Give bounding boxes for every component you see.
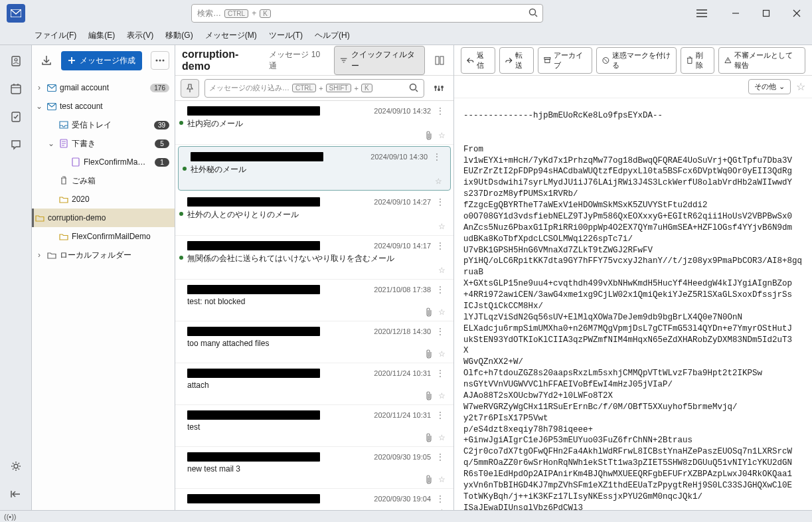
status-connection-icon: ((•)) — [4, 513, 17, 521]
star-icon[interactable]: ☆ — [438, 475, 446, 484]
message-subject: attach — [187, 381, 209, 390]
menu-message[interactable]: メッセージ(M) — [203, 27, 260, 44]
delete-button[interactable]: 削除 — [681, 47, 714, 74]
list-header: corruption-demo メッセージ 10 通 クイックフィルター — [175, 45, 453, 76]
maximize-button[interactable] — [751, 0, 781, 27]
message-item[interactable]: 2024/09/10 14:32⋮社内宛のメール☆ — [175, 101, 453, 145]
pin-filter-button[interactable] — [181, 79, 199, 98]
folder-trash[interactable]: ごみ箱 — [32, 171, 175, 190]
get-messages-button[interactable] — [37, 51, 56, 70]
other-actions-button[interactable]: その他⌄ — [748, 79, 791, 94]
account-gmail[interactable]: › gmail account 176 — [32, 78, 175, 97]
message-more-icon[interactable]: ⋮ — [435, 285, 446, 294]
message-count: メッセージ 10 通 — [269, 49, 327, 72]
archive-button[interactable]: アーカイブ — [538, 47, 592, 74]
account-test[interactable]: ⌄ test account — [32, 97, 175, 116]
message-item[interactable]: 2020/09/30 19:04⋮☆ — [175, 489, 453, 510]
message-item[interactable]: 2020/09/30 19:05⋮new test mail 3☆ — [175, 447, 453, 489]
quick-filter-button[interactable]: クイックフィルター — [334, 46, 426, 75]
message-more-icon[interactable]: ⋮ — [435, 106, 446, 116]
folder-2020[interactable]: 2020 — [32, 190, 175, 209]
compose-button[interactable]: メッセージ作成 — [61, 51, 142, 70]
menu-help[interactable]: ヘルプ(H) — [312, 27, 353, 44]
chevron-down-icon[interactable]: ⌄ — [35, 102, 44, 111]
local-folders[interactable]: › ローカルフォルダー — [32, 246, 175, 264]
svg-rect-36 — [440, 56, 444, 64]
star-icon[interactable]: ☆ — [438, 266, 446, 275]
folder-badge: 5 — [155, 139, 169, 148]
list-layout-button[interactable] — [432, 52, 447, 68]
svg-rect-46 — [545, 59, 550, 62]
display-options-button[interactable] — [430, 79, 448, 98]
message-more-icon[interactable]: ⋮ — [435, 369, 446, 378]
star-icon[interactable]: ☆ — [438, 131, 446, 140]
star-button[interactable]: ☆ — [796, 80, 805, 93]
star-icon[interactable]: ☆ — [438, 391, 446, 400]
message-more-icon[interactable]: ⋮ — [435, 241, 446, 250]
folder-inbox[interactable]: 受信トレイ 39 — [32, 116, 175, 134]
folder-pane: メッセージ作成 › gmail account 176 ⌄ test accou… — [32, 45, 175, 510]
message-from — [187, 452, 320, 462]
message-item[interactable]: 2020/11/24 10:31⋮test☆ — [175, 405, 453, 447]
star-icon[interactable]: ☆ — [438, 222, 446, 231]
forward-button[interactable]: 転送 — [499, 47, 534, 74]
activity-addressbook-icon[interactable] — [5, 50, 27, 72]
message-list[interactable]: 2024/09/10 14:32⋮社内宛のメール☆2024/09/10 14:3… — [175, 101, 453, 510]
folder-pane-menu-button[interactable] — [151, 51, 169, 70]
message-body[interactable]: --------------hjpBmEUoRcKe8Lo9fpsEYxDA--… — [454, 98, 812, 510]
kbd-ctrl: CTRL — [224, 9, 248, 18]
folder-corruption-demo[interactable]: corruption-demo — [32, 209, 175, 227]
close-button[interactable] — [781, 0, 812, 27]
window-controls — [720, 0, 812, 27]
message-from — [187, 106, 320, 116]
activity-chat-icon[interactable] — [5, 134, 27, 155]
star-icon[interactable]: ☆ — [438, 349, 446, 359]
message-more-icon[interactable]: ⋮ — [435, 327, 446, 336]
chevron-right-icon[interactable]: › — [35, 250, 44, 260]
activity-tasks-icon[interactable] — [5, 106, 27, 128]
star-icon[interactable]: ☆ — [438, 307, 446, 317]
activity-collapse-icon[interactable] — [5, 483, 27, 505]
folder-flexdemo[interactable]: FlexConfirmMailDemo — [32, 227, 175, 246]
activity-settings-icon[interactable] — [5, 456, 27, 477]
message-item[interactable]: 2020/12/18 14:30⋮too many attached files… — [175, 321, 453, 363]
minimize-button[interactable] — [720, 0, 751, 27]
svg-rect-35 — [436, 56, 439, 64]
app-menu-button[interactable] — [689, 0, 715, 27]
message-item[interactable]: 2024/09/10 14:17⋮無関係の会社に送られてはいけないやり取りを含む… — [175, 236, 453, 280]
message-item[interactable]: 2024/09/10 14:27⋮社外の人とのやりとりのメール☆ — [175, 192, 453, 236]
folder-flexconfirm[interactable]: FlexConfirmMa… 1 — [32, 153, 175, 171]
search-icon[interactable] — [528, 8, 538, 17]
global-search[interactable]: 検索… CTRL + K — [191, 4, 543, 23]
menu-edit[interactable]: 編集(E) — [86, 27, 118, 44]
folder-drafts[interactable]: ⌄ 下書き 5 — [32, 134, 175, 153]
message-more-icon[interactable]: ⋮ — [432, 152, 442, 161]
reply-button[interactable]: 返信 — [461, 47, 495, 74]
message-more-icon[interactable]: ⋮ — [435, 452, 446, 462]
kbd-k: K — [260, 9, 271, 18]
account-label: gmail account — [60, 83, 147, 92]
chevron-right-icon[interactable]: › — [35, 83, 44, 92]
chevron-down-icon[interactable]: ⌄ — [46, 139, 56, 148]
message-item[interactable]: 2021/10/08 17:38⋮test: not blocked☆ — [175, 280, 453, 321]
star-icon[interactable]: ☆ — [438, 433, 446, 442]
menu-file[interactable]: ファイル(F) — [32, 27, 79, 44]
filter-input[interactable]: メッセージの絞り込み… CTRL + SHIFT + K — [204, 79, 424, 98]
message-from — [187, 285, 320, 294]
message-item[interactable]: 2024/09/10 14:30⋮社外秘のメール☆ — [178, 146, 451, 191]
menu-go[interactable]: 移動(G) — [163, 27, 195, 44]
statusbar: ((•)) — [0, 510, 812, 522]
message-more-icon[interactable]: ⋮ — [435, 410, 446, 420]
junk-button[interactable]: 迷惑マークを付ける — [596, 47, 677, 74]
star-icon[interactable]: ☆ — [435, 177, 442, 186]
search-icon[interactable] — [409, 83, 418, 92]
menu-view[interactable]: 表示(V) — [124, 27, 156, 44]
activity-calendar-icon[interactable] — [5, 78, 27, 100]
menu-tools[interactable]: ツール(T) — [266, 27, 305, 44]
star-icon[interactable]: ☆ — [438, 507, 446, 510]
message-item[interactable]: 2020/11/24 10:31⋮attach☆ — [175, 363, 453, 405]
report-button[interactable]: 不審メールとして報告 — [718, 47, 805, 74]
message-more-icon[interactable]: ⋮ — [435, 494, 446, 503]
message-subject: too many attached files — [187, 339, 269, 348]
message-more-icon[interactable]: ⋮ — [435, 197, 446, 207]
